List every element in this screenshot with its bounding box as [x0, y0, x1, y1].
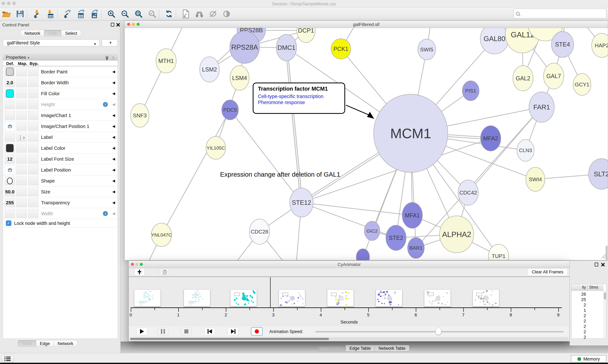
resize-grip[interactable]: [603, 255, 606, 259]
properties-header[interactable]: Properties▾ ≫ ≫: [3, 54, 118, 61]
go-to-start-button[interactable]: [204, 328, 215, 335]
network-canvas[interactable]: RPS28BRPS28ADMC1DCP1PCK1MTH1LSM2LSM4SNF3…: [124, 28, 608, 260]
zoom-out-button[interactable]: [120, 9, 130, 19]
network-vertical-scrollbar[interactable]: [606, 246, 608, 260]
default-cell[interactable]: [5, 67, 15, 76]
mapping-cell[interactable]: [16, 198, 27, 207]
property-row-transparency[interactable]: 255Transparency◀: [3, 197, 118, 208]
default-cell[interactable]: [5, 100, 15, 109]
property-row-height[interactable]: Heighti◀: [3, 99, 118, 110]
new-network-from-selection-button[interactable]: [181, 9, 191, 19]
property-row-border-paint[interactable]: Border Paint◀: [3, 66, 118, 77]
mapping-cell[interactable]: [16, 143, 27, 153]
table-cell[interactable]: 2: [571, 303, 586, 308]
bypass-cell[interactable]: [28, 187, 39, 196]
tab-node-table[interactable]: Node Table: [316, 345, 346, 351]
property-row-label-position[interactable]: Label Position◀: [3, 164, 118, 175]
node-CUTB[interactable]: [356, 249, 370, 260]
collapse-arrow-icon[interactable]: ◀: [112, 99, 115, 110]
play-button[interactable]: [137, 328, 147, 335]
mapping-cell[interactable]: ⋮›: [16, 133, 27, 142]
mapping-cell[interactable]: [16, 89, 27, 98]
collapse-all-icon[interactable]: ≫: [110, 55, 116, 60]
memory-button[interactable]: Memory: [571, 355, 607, 363]
scrollbar-thumb[interactable]: [130, 338, 329, 340]
export-image-button[interactable]: [90, 9, 99, 19]
collapse-arrow-icon[interactable]: ◀: [112, 154, 115, 164]
property-row-fill-color[interactable]: Fill Color◀: [3, 88, 118, 99]
default-cell[interactable]: [5, 176, 15, 185]
property-row-image-chart-position-1[interactable]: Image/Chart Position 1◀: [3, 121, 118, 132]
info-icon[interactable]: i: [103, 102, 108, 107]
cyanimator-titlebar[interactable]: CyAnimator: [129, 261, 569, 268]
collapse-arrow-icon[interactable]: ◀: [112, 175, 115, 186]
column-centrality[interactable]: ity: [571, 285, 586, 289]
edge[interactable]: [162, 110, 230, 235]
collapse-arrow-icon[interactable]: ◀: [112, 121, 115, 132]
table-cell[interactable]: 2: [571, 324, 586, 329]
collapse-arrow-icon[interactable]: ◀: [112, 66, 115, 77]
expand-all-icon[interactable]: ≫: [104, 55, 110, 60]
bypass-cell[interactable]: [28, 143, 39, 153]
float-panel-icon[interactable]: [595, 263, 598, 266]
show-panels-button[interactable]: [1, 355, 14, 363]
tab-network[interactable]: Network: [21, 30, 44, 36]
collapse-arrow-icon[interactable]: ◀: [112, 110, 115, 121]
network-window-titlebar[interactable]: galFiltered.sif: [124, 21, 608, 28]
mapping-cell[interactable]: [16, 78, 27, 87]
bypass-cell[interactable]: [28, 155, 39, 164]
lock-size-checkbox[interactable]: ✓: [6, 221, 11, 226]
bypass-cell[interactable]: [28, 100, 39, 109]
default-cell[interactable]: 2.0: [5, 78, 15, 87]
search-field[interactable]: [513, 9, 607, 19]
mapping-cell[interactable]: [16, 122, 27, 131]
close-panel-icon[interactable]: [601, 263, 605, 267]
table-cell[interactable]: 2: [571, 335, 586, 340]
zoom-fit-button[interactable]: [134, 9, 143, 19]
collapse-arrow-icon[interactable]: ◀: [112, 143, 115, 154]
default-cell[interactable]: 12: [5, 155, 15, 164]
property-row-label-color[interactable]: Label Color◀: [3, 143, 118, 154]
bypass-cell[interactable]: [28, 78, 39, 87]
mapping-cell[interactable]: [16, 111, 27, 120]
default-cell[interactable]: 50.0: [5, 187, 15, 196]
annotation-link-1[interactable]: Cell-type-specific transcription: [258, 93, 341, 99]
mapping-cell[interactable]: [16, 100, 27, 109]
table-cell[interactable]: 26: [571, 292, 586, 297]
export-network-button[interactable]: [62, 9, 72, 19]
collapse-arrow-icon[interactable]: ◀: [112, 132, 115, 143]
collapse-arrow-icon[interactable]: ◀: [112, 197, 115, 208]
tab-node[interactable]: Node: [18, 340, 36, 347]
playhead[interactable]: [270, 277, 271, 308]
frame-thumbnail-2[interactable]: [230, 289, 257, 307]
timeline-horizontal-scrollbar[interactable]: [130, 338, 568, 340]
mapping-cell[interactable]: [16, 187, 27, 196]
bypass-cell[interactable]: [28, 89, 39, 98]
property-row-label-font-size[interactable]: 12Label Font Size◀: [3, 154, 118, 164]
table-cell[interactable]: 1: [571, 308, 586, 313]
edge[interactable]: [286, 48, 301, 203]
default-cell[interactable]: [5, 165, 15, 174]
refresh-button[interactable]: [164, 9, 174, 19]
go-to-end-button[interactable]: [228, 328, 239, 335]
style-options-button[interactable]: ▾: [102, 39, 118, 47]
annotation-box[interactable]: Transcription factor MCM1 Cell-type-spec…: [253, 83, 345, 114]
bypass-cell[interactable]: [28, 176, 39, 185]
table-header-row[interactable]: ity Stres: [571, 284, 603, 291]
bypass-cell[interactable]: [28, 133, 39, 142]
property-row-image-chart-1[interactable]: Image/Chart 1◀: [3, 110, 118, 121]
search-input[interactable]: [522, 10, 604, 17]
edge[interactable]: [287, 47, 303, 202]
default-cell[interactable]: [5, 133, 15, 142]
property-row-label[interactable]: ⋮›Label◀: [3, 132, 118, 143]
collapse-arrow-icon[interactable]: ◀: [112, 164, 115, 175]
frame-thumbnail-6[interactable]: [424, 289, 451, 307]
tab-style[interactable]: Style: [44, 30, 61, 36]
pause-button[interactable]: [158, 328, 168, 335]
default-cell[interactable]: [5, 143, 15, 153]
collapse-arrow-icon[interactable]: ◀: [112, 88, 115, 99]
export-table-button[interactable]: [76, 9, 86, 19]
mapping-cell[interactable]: [16, 209, 27, 218]
edge[interactable]: [286, 48, 302, 203]
collapse-arrow-icon[interactable]: ◀: [112, 186, 115, 197]
